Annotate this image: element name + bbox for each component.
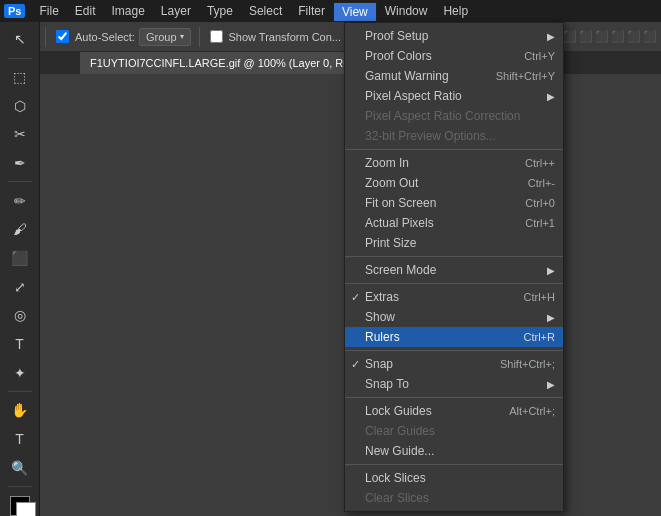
clear-guides-label: Clear Guides	[365, 424, 555, 438]
lasso-tool[interactable]: ⬡	[6, 92, 34, 119]
distribute-right-icon[interactable]: ⬛	[643, 30, 657, 43]
align-icons: ⬛ ⬛ ⬛ ⬛ ⬛ ⬛	[563, 30, 657, 43]
eyedropper-tool[interactable]: ✒	[6, 150, 34, 177]
tool-separator-4	[8, 486, 32, 487]
selection-tool[interactable]: ⬚	[6, 64, 34, 91]
zoom-in-label: Zoom In	[365, 156, 517, 170]
align-right-icon[interactable]: ⬛	[595, 30, 609, 43]
menu-item-rulers[interactable]: Rulers Ctrl+R	[345, 327, 563, 347]
lock-guides-shortcut: Alt+Ctrl+;	[509, 405, 555, 417]
tool-separator-1	[8, 58, 32, 59]
menu-item-actual-pixels[interactable]: Actual Pixels Ctrl+1	[345, 213, 563, 233]
text-tool[interactable]: T	[6, 426, 34, 453]
tab-filename: F1UYTIOI7CCINFL.LARGE.gif @ 100% (Layer …	[90, 57, 372, 69]
32bit-preview-label: 32-bit Preview Options...	[365, 129, 555, 143]
menu-item-extras[interactable]: ✓ Extras Ctrl+H	[345, 287, 563, 307]
ps-logo: Ps	[4, 4, 25, 18]
snap-label: Snap	[365, 357, 492, 371]
actual-pixels-shortcut: Ctrl+1	[525, 217, 555, 229]
menu-item-pixel-aspect-ratio[interactable]: Pixel Aspect Ratio ▶	[345, 86, 563, 106]
menu-item-proof-setup[interactable]: Proof Setup ▶	[345, 26, 563, 46]
rulers-label: Rulers	[365, 330, 516, 344]
view-dropdown-menu: Proof Setup ▶ Proof Colors Ctrl+Y Gamut …	[344, 22, 564, 512]
menu-item-proof-colors[interactable]: Proof Colors Ctrl+Y	[345, 46, 563, 66]
menu-sep-1	[345, 149, 563, 150]
show-transform-checkbox[interactable]	[210, 30, 223, 43]
menu-edit[interactable]: Edit	[67, 2, 104, 20]
menu-sep-2	[345, 256, 563, 257]
foreground-color[interactable]	[10, 496, 30, 516]
menu-item-show[interactable]: Show ▶	[345, 307, 563, 327]
toolbar-sep-1	[45, 27, 46, 47]
proof-setup-arrow: ▶	[547, 31, 555, 42]
spot-healing-tool[interactable]: ✏	[6, 187, 34, 214]
menu-item-gamut-warning[interactable]: Gamut Warning Shift+Ctrl+Y	[345, 66, 563, 86]
menu-filter[interactable]: Filter	[290, 2, 333, 20]
fit-on-screen-label: Fit on Screen	[365, 196, 517, 210]
show-transform-label: Show Transform Con...	[229, 31, 342, 43]
menu-sep-6	[345, 464, 563, 465]
screen-mode-arrow: ▶	[547, 265, 555, 276]
screen-mode-label: Screen Mode	[365, 263, 543, 277]
proof-setup-label: Proof Setup	[365, 29, 543, 43]
menu-sep-3	[345, 283, 563, 284]
show-label: Show	[365, 310, 543, 324]
distribute-left-icon[interactable]: ⬛	[611, 30, 625, 43]
lock-slices-label: Lock Slices	[365, 471, 555, 485]
brush-tool[interactable]: 🖌	[6, 216, 34, 243]
move-tool[interactable]: ↖	[6, 26, 34, 53]
clone-stamp-tool[interactable]: ⬛	[6, 245, 34, 272]
auto-select-checkbox[interactable]	[56, 30, 69, 43]
snap-to-label: Snap To	[365, 377, 543, 391]
menu-item-snap-to[interactable]: Snap To ▶	[345, 374, 563, 394]
toolbar-sep-2	[199, 27, 200, 47]
menu-item-fit-on-screen[interactable]: Fit on Screen Ctrl+0	[345, 193, 563, 213]
lock-guides-label: Lock Guides	[365, 404, 501, 418]
align-left-icon[interactable]: ⬛	[563, 30, 577, 43]
menu-item-lock-guides[interactable]: Lock Guides Alt+Ctrl+;	[345, 401, 563, 421]
distribute-center-icon[interactable]: ⬛	[627, 30, 641, 43]
history-brush-tool[interactable]: ⤢	[6, 273, 34, 300]
proof-colors-label: Proof Colors	[365, 49, 516, 63]
menu-select[interactable]: Select	[241, 2, 290, 20]
menu-item-snap[interactable]: ✓ Snap Shift+Ctrl+;	[345, 354, 563, 374]
eraser-tool[interactable]: ◎	[6, 302, 34, 329]
group-select[interactable]: Group ▾	[139, 28, 191, 46]
gradient-tool[interactable]: T	[6, 331, 34, 358]
menu-help[interactable]: Help	[435, 2, 476, 20]
new-guide-label: New Guide...	[365, 444, 555, 458]
menu-bar: Ps File Edit Image Layer Type Select Fil…	[0, 0, 661, 22]
menu-view[interactable]: View	[333, 2, 377, 21]
menu-item-clear-slices: Clear Slices	[345, 488, 563, 508]
zoom-out-shortcut: Ctrl+-	[528, 177, 555, 189]
zoom-in-shortcut: Ctrl++	[525, 157, 555, 169]
gamut-warning-shortcut: Shift+Ctrl+Y	[496, 70, 555, 82]
menu-item-zoom-in[interactable]: Zoom In Ctrl++	[345, 153, 563, 173]
dodge-tool[interactable]: ✦	[6, 359, 34, 386]
tool-separator-2	[8, 181, 32, 182]
align-center-icon[interactable]: ⬛	[579, 30, 593, 43]
menu-item-new-guide[interactable]: New Guide...	[345, 441, 563, 461]
menu-item-screen-mode[interactable]: Screen Mode ▶	[345, 260, 563, 280]
pen-tool[interactable]: ✋	[6, 397, 34, 424]
menu-type[interactable]: Type	[199, 2, 241, 20]
menu-layer[interactable]: Layer	[153, 2, 199, 20]
menu-item-32bit-preview: 32-bit Preview Options...	[345, 126, 563, 146]
background-color[interactable]	[16, 502, 36, 516]
menu-file[interactable]: File	[31, 2, 66, 20]
menu-sep-4	[345, 350, 563, 351]
menu-window[interactable]: Window	[377, 2, 436, 20]
menu-item-clear-guides: Clear Guides	[345, 421, 563, 441]
menu-item-print-size[interactable]: Print Size	[345, 233, 563, 253]
crop-tool[interactable]: ✂	[6, 121, 34, 148]
proof-colors-shortcut: Ctrl+Y	[524, 50, 555, 62]
menu-item-zoom-out[interactable]: Zoom Out Ctrl+-	[345, 173, 563, 193]
menu-sep-5	[345, 397, 563, 398]
auto-select-label: Auto-Select:	[75, 31, 135, 43]
menu-item-pixel-aspect-ratio-correction: Pixel Aspect Ratio Correction	[345, 106, 563, 126]
zoom-tool[interactable]: 🔍	[6, 454, 34, 481]
snap-checkmark: ✓	[351, 358, 360, 371]
menu-item-lock-slices[interactable]: Lock Slices	[345, 468, 563, 488]
extras-checkmark: ✓	[351, 291, 360, 304]
menu-image[interactable]: Image	[104, 2, 153, 20]
